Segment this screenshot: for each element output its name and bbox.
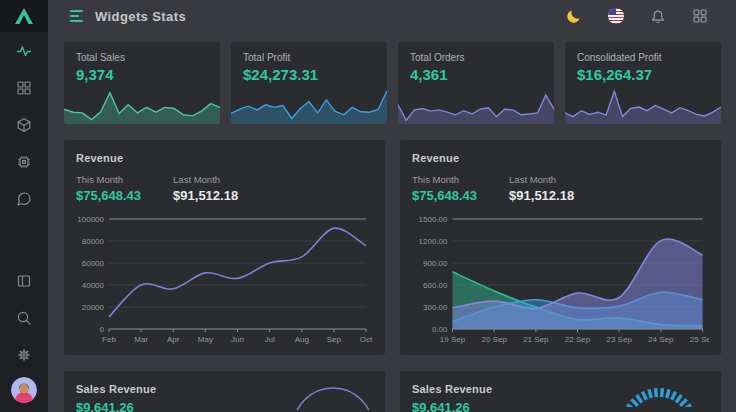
svg-text:23 Sep: 23 Sep xyxy=(606,335,632,344)
this-month-stat: This Month $75,648.43 xyxy=(412,174,477,203)
revenue-card-line: Revenue This Month $75,648.43 Last Month… xyxy=(64,140,385,355)
user-avatar[interactable] xyxy=(11,377,37,403)
stat-card-consolidated-profit: Consolidated Profit $16,264.37 xyxy=(565,42,721,124)
sparkline-chart xyxy=(231,84,387,124)
sidebar-item-layout[interactable] xyxy=(0,262,48,299)
sidebar-item-widgets[interactable] xyxy=(0,69,48,106)
sidebar-bottom-nav xyxy=(0,262,48,373)
sparkline-chart xyxy=(398,84,554,124)
top-header: Widgets Stats xyxy=(48,0,736,32)
last-month-value: $91,512.18 xyxy=(173,188,238,203)
last-month-stat: Last Month $91,512.18 xyxy=(509,174,574,203)
sidebar-nav xyxy=(0,32,48,217)
svg-text:40000: 40000 xyxy=(82,281,105,290)
sidebar-item-messages[interactable] xyxy=(0,180,48,217)
this-month-stat: This Month $75,648.43 xyxy=(76,174,141,203)
apps-menu-button[interactable] xyxy=(691,7,709,25)
stat-label: Total Sales xyxy=(76,52,208,63)
svg-text:0.00: 0.00 xyxy=(432,325,448,334)
svg-text:22 Sep: 22 Sep xyxy=(565,335,591,344)
svg-text:1500.00: 1500.00 xyxy=(419,215,448,224)
card-title: Revenue xyxy=(76,152,373,164)
sales-revenue-row: Sales Revenue $9,641.26 Sales Revenue $9… xyxy=(64,371,721,412)
main-content: Total Sales 9,374 Total Profit $24,273.3… xyxy=(48,32,736,412)
dark-mode-toggle[interactable] xyxy=(565,7,583,25)
sidebar-item-system[interactable] xyxy=(0,143,48,180)
triangle-logo-icon xyxy=(14,7,34,25)
grid-squares-icon xyxy=(16,80,32,96)
svg-text:100000: 100000 xyxy=(77,215,104,224)
svg-text:600.00: 600.00 xyxy=(423,281,448,290)
cpu-chip-icon xyxy=(16,154,32,170)
sales-revenue-card-ring: Sales Revenue $9,641.26 xyxy=(64,371,385,412)
this-month-value: $75,648.43 xyxy=(412,188,477,203)
sparkline-chart xyxy=(565,84,721,124)
bell-icon xyxy=(650,8,666,24)
svg-text:1200.00: 1200.00 xyxy=(419,237,448,246)
last-month-stat: Last Month $91,512.18 xyxy=(173,174,238,203)
apps-grid-icon xyxy=(692,8,708,24)
ring-gauge-chart xyxy=(289,380,377,410)
stat-label: Total Orders xyxy=(410,52,542,63)
gear-settings-icon xyxy=(16,347,32,363)
avatar-image xyxy=(11,377,37,403)
svg-text:May: May xyxy=(198,335,213,344)
svg-text:Jul: Jul xyxy=(265,335,275,344)
magnifier-search-icon xyxy=(16,310,32,326)
main-area: Widgets Stats xyxy=(48,0,736,412)
card-title: Revenue xyxy=(412,152,709,164)
stat-value: $16,264.37 xyxy=(577,66,709,83)
svg-text:80000: 80000 xyxy=(82,237,105,246)
this-month-label: This Month xyxy=(76,174,141,185)
tick-gauge-chart xyxy=(613,377,705,407)
svg-text:Apr: Apr xyxy=(167,335,180,344)
svg-text:25 Sep: 25 Sep xyxy=(690,335,709,344)
svg-text:Jun: Jun xyxy=(231,335,244,344)
header-actions xyxy=(565,7,709,25)
revenue-line-chart: 020000400006000080000100000FebMarAprMayJ… xyxy=(76,209,373,349)
revenue-card-row: Revenue This Month $75,648.43 Last Month… xyxy=(64,140,721,355)
moon-icon xyxy=(566,8,582,24)
cube-box-icon xyxy=(16,117,32,133)
page-title: Widgets Stats xyxy=(95,9,186,24)
svg-text:900.00: 900.00 xyxy=(423,259,448,268)
sidebar-item-settings[interactable] xyxy=(0,336,48,373)
sidebar-item-products[interactable] xyxy=(0,106,48,143)
sidebar-item-dashboard[interactable] xyxy=(0,32,48,69)
svg-text:60000: 60000 xyxy=(82,259,105,268)
this-month-label: This Month xyxy=(412,174,477,185)
svg-text:Oct: Oct xyxy=(360,335,373,344)
stat-value: 9,374 xyxy=(76,66,208,83)
app-logo[interactable] xyxy=(0,0,48,32)
hamburger-menu-icon[interactable] xyxy=(70,10,83,22)
svg-text:20 Sep: 20 Sep xyxy=(481,335,507,344)
svg-text:21 Sep: 21 Sep xyxy=(523,335,549,344)
stat-label: Total Profit xyxy=(243,52,375,63)
svg-text:20000: 20000 xyxy=(82,303,105,312)
last-month-label: Last Month xyxy=(509,174,574,185)
revenue-area-chart: 0.00300.00600.00900.001200.001500.0019 S… xyxy=(412,209,709,349)
revenue-card-area: Revenue This Month $75,648.43 Last Month… xyxy=(400,140,721,355)
stat-card-total-profit: Total Profit $24,273.31 xyxy=(231,42,387,124)
app-window: Widgets Stats xyxy=(0,0,736,412)
svg-text:Mar: Mar xyxy=(134,335,148,344)
sales-revenue-card-ticks: Sales Revenue $9,641.26 xyxy=(400,371,721,412)
svg-text:Aug: Aug xyxy=(295,335,309,344)
stat-card-total-sales: Total Sales 9,374 xyxy=(64,42,220,124)
svg-text:300.00: 300.00 xyxy=(423,303,448,312)
svg-text:24 Sep: 24 Sep xyxy=(648,335,674,344)
svg-text:0: 0 xyxy=(100,325,105,334)
svg-text:Sep: Sep xyxy=(327,335,342,344)
activity-pulse-icon xyxy=(16,43,32,59)
sidebar-item-search[interactable] xyxy=(0,299,48,336)
sidebar xyxy=(0,0,48,412)
last-month-label: Last Month xyxy=(173,174,238,185)
svg-text:19 Sep: 19 Sep xyxy=(440,335,466,344)
chat-bubble-icon xyxy=(16,191,32,207)
stat-card-row: Total Sales 9,374 Total Profit $24,273.3… xyxy=(64,42,721,124)
notifications-button[interactable] xyxy=(649,7,667,25)
last-month-value: $91,512.18 xyxy=(509,188,574,203)
stat-value: $24,273.31 xyxy=(243,66,375,83)
this-month-value: $75,648.43 xyxy=(76,188,141,203)
language-selector[interactable] xyxy=(607,7,625,25)
